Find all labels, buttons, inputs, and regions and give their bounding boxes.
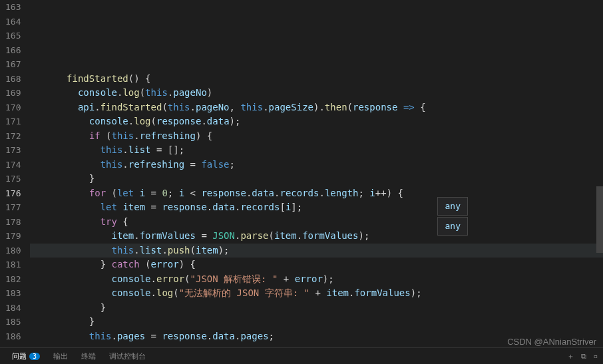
code-line[interactable] [30, 343, 603, 347]
terminal-icon[interactable]: ⧉ [581, 352, 586, 361]
tab-debug-console[interactable]: 调试控制台 [102, 348, 152, 364]
type-hint-tooltip: any [437, 197, 467, 216]
code-line[interactable]: console.error("JSON 解析错误: " + error); [30, 272, 603, 287]
bottom-panel: 问题 3 输出 终端 调试控制台 ＋ ⧉ ▫ [0, 347, 603, 364]
line-number: 167 [5, 57, 21, 72]
line-number: 171 [5, 114, 21, 129]
code-line[interactable]: } [30, 301, 603, 315]
problems-badge: 3 [29, 353, 40, 360]
vertical-scrollbar[interactable] [595, 0, 603, 347]
maximize-icon[interactable]: ▫ [593, 352, 598, 361]
code-line[interactable]: } [30, 315, 603, 329]
line-number: 182 [5, 272, 21, 287]
tab-problems[interactable]: 问题 3 [5, 348, 47, 364]
type-hint-tooltip: any [437, 217, 467, 236]
line-number: 178 [5, 215, 21, 230]
code-line[interactable] [30, 57, 603, 72]
code-line[interactable]: if (this.refreshing) { [30, 129, 603, 144]
line-number: 166 [5, 43, 21, 58]
line-gutter: 1631641651661671681691701711721731741751… [0, 0, 30, 347]
code-line[interactable]: item.formValues = JSON.parse(item.formVa… [30, 229, 603, 244]
code-line[interactable]: try { [30, 215, 603, 230]
code-line[interactable]: this.list = []; [30, 143, 603, 158]
code-line[interactable]: this.pages = response.data.pages; [30, 329, 603, 344]
scroll-thumb[interactable] [596, 186, 603, 253]
line-number: 173 [5, 143, 21, 158]
line-number: 180 [5, 244, 21, 258]
code-line[interactable]: this.list.push(item); [30, 244, 603, 258]
code-line[interactable]: } [30, 172, 603, 186]
line-number: 174 [5, 158, 21, 172]
code-line[interactable]: for (let i = 0; i < response.data.record… [30, 186, 603, 201]
tab-terminal[interactable]: 终端 [75, 348, 102, 364]
line-number: 165 [5, 29, 21, 43]
line-number: 163 [5, 0, 21, 15]
editor-area: 1631641651661671681691701711721731741751… [0, 0, 603, 347]
code-line[interactable]: findStarted() { [30, 72, 603, 87]
line-number: 181 [5, 258, 21, 272]
code-line[interactable]: console.log(this.pageNo) [30, 86, 603, 100]
code-line[interactable]: let item = response.data.records[i]; [30, 200, 603, 215]
line-number: 185 [5, 315, 21, 329]
code-line[interactable]: console.log(response.data); [30, 114, 603, 129]
line-number: 177 [5, 200, 21, 215]
line-number: 164 [5, 15, 21, 29]
line-number: 170 [5, 100, 21, 115]
code-line[interactable]: this.refreshing = false; [30, 158, 603, 172]
line-number: 186 [5, 329, 21, 344]
line-number: 179 [5, 229, 21, 244]
code-line[interactable]: api.findStarted(this.pageNo, this.pageSi… [30, 100, 603, 115]
line-number: 172 [5, 129, 21, 144]
line-number: 168 [5, 72, 21, 87]
tab-problems-label: 问题 [12, 351, 27, 361]
panel-right-icons: ＋ ⧉ ▫ [567, 351, 603, 361]
plus-icon[interactable]: ＋ [567, 351, 574, 361]
line-number: 184 [5, 301, 21, 315]
line-number: 175 [5, 172, 21, 186]
code-area[interactable]: any any findStarted() { console.log(this… [30, 0, 603, 347]
code-line[interactable]: } catch (error) { [30, 258, 603, 272]
tab-output[interactable]: 输出 [47, 348, 75, 364]
code-line[interactable]: console.log("无法解析的 JSON 字符串: " + item.fo… [30, 286, 603, 301]
line-number: 183 [5, 286, 21, 301]
line-number: 169 [5, 86, 21, 100]
line-number: 176 [5, 186, 21, 201]
